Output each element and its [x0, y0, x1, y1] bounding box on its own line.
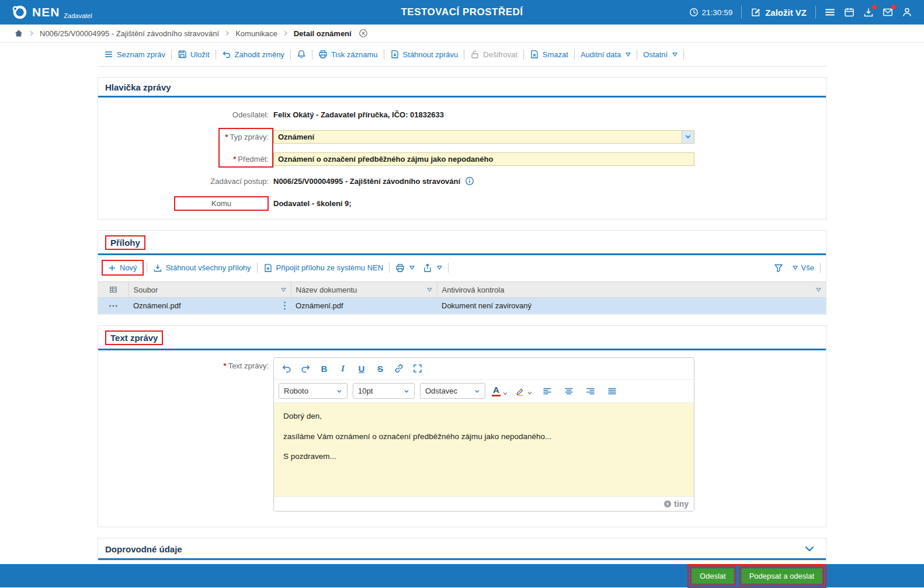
toolbar-decrypt-button[interactable]: Dešifrovat	[466, 48, 522, 61]
form-row-message-type: * Typ zprávy: Oznámení	[98, 126, 826, 148]
editor-toolbar-row-2: Roboto 10pt Odstavec	[274, 380, 694, 403]
section-additional-data: Doprovodné údaje	[98, 538, 826, 561]
attachments-table: Soubor Název dokumentu Antivirová kontro…	[98, 281, 826, 314]
message-header-form: Odesílatel: Felix Okátý - Zadavatel přír…	[98, 98, 826, 219]
breadcrumb-komunikace[interactable]: Komunikace	[235, 29, 277, 38]
chevron-down-icon	[336, 388, 342, 394]
toolbar-discard-button[interactable]: Zahodit změny	[218, 48, 289, 61]
align-center-icon[interactable]	[561, 384, 577, 399]
message-text-label: Text zprávy:	[228, 361, 269, 370]
font-family-select[interactable]: Roboto	[279, 383, 348, 399]
subject-input[interactable]	[273, 152, 694, 166]
message-paragraph: Dobrý den,	[283, 410, 685, 422]
italic-button[interactable]: I	[335, 361, 351, 376]
column-filter-icon[interactable]	[281, 288, 286, 292]
procedure-label: Zadávací postup:	[210, 177, 269, 186]
divider	[312, 50, 312, 60]
calendar-button[interactable]	[844, 7, 854, 18]
align-justify-icon[interactable]	[604, 384, 620, 399]
filter-icon[interactable]	[770, 262, 787, 274]
breadcrumb-procedure[interactable]: N006/25/V00004995 - Zajištění závodního …	[40, 29, 219, 38]
toolbar-notifications-button[interactable]	[293, 48, 310, 61]
document-download-icon	[390, 50, 400, 59]
message-body-textarea[interactable]: Dobrý den, zasíláme Vám oznámení o označ…	[274, 403, 694, 496]
column-filter-icon[interactable]	[427, 288, 432, 292]
messages-button[interactable]	[883, 7, 893, 18]
annotation-sign-send-button: Podepsat a odeslat	[739, 566, 824, 586]
view-all-dropdown[interactable]: Vše	[787, 262, 818, 274]
annotation-new-button: Nový	[102, 260, 144, 276]
edit-icon	[751, 7, 761, 18]
nen-logo[interactable]: NEN Zadavatel	[12, 4, 92, 20]
section-header: Text zprávy	[98, 326, 826, 350]
toolbar-list-messages-button[interactable]: Seznam zpráv	[100, 48, 169, 61]
redo-icon[interactable]	[297, 361, 314, 376]
attach-document-icon	[263, 263, 273, 273]
section-title-message-text: Text zprávy	[105, 330, 163, 345]
divider	[574, 50, 575, 60]
font-size-select[interactable]: 10pt	[353, 383, 415, 399]
section-title-message-header: Hlavička zprávy	[105, 82, 171, 92]
download-all-attachments-button[interactable]: Stáhnout všechny přílohy	[149, 262, 255, 274]
toolbar-other-button[interactable]: Ostatní	[639, 48, 682, 61]
toolbar-audit-data-button[interactable]: Auditní data	[576, 48, 635, 61]
chevron-down-icon	[474, 388, 480, 394]
kebab-menu-icon[interactable]	[283, 301, 286, 310]
caret-down-icon	[672, 53, 678, 57]
editor-statusbar: tiny	[274, 496, 694, 511]
session-time-value: 21:30:59	[702, 8, 733, 17]
menu-button[interactable]	[825, 7, 835, 18]
drag-handle-icon[interactable]	[103, 304, 124, 308]
attachments-toolbar: Nový Stáhnout všechny přílohy Připojit p…	[98, 255, 826, 280]
breadcrumb: N006/25/V00004995 - Zajištění závodního …	[0, 25, 924, 43]
toolbar-print-button[interactable]: Tisk záznamu	[314, 48, 382, 61]
print-icon	[318, 50, 328, 59]
annotation-send-button: Odeslat	[690, 566, 736, 586]
divider	[171, 50, 172, 60]
breadcrumb-current: Detail oznámení	[294, 29, 352, 38]
attach-from-nen-button[interactable]: Připojit přílohu ze systému NEN	[259, 262, 388, 274]
chevron-down-icon[interactable]	[682, 131, 694, 143]
clock-icon	[689, 8, 699, 17]
column-filter-icon[interactable]	[816, 288, 821, 292]
underline-button[interactable]: U	[353, 361, 370, 376]
column-settings-icon[interactable]	[109, 286, 117, 294]
attachments-print-button[interactable]	[391, 262, 419, 274]
align-left-icon[interactable]	[539, 384, 555, 399]
toolbar-delete-button[interactable]: Smazat	[526, 48, 572, 61]
highlight-color-button[interactable]	[515, 387, 534, 396]
toolbar-download-message-button[interactable]: Stáhnout zprávu	[386, 48, 463, 61]
undo-icon[interactable]	[279, 361, 295, 376]
bell-icon	[297, 50, 306, 59]
toolbar-save-button[interactable]: Uložit	[173, 48, 214, 61]
create-vz-button[interactable]: Založit VZ	[751, 7, 807, 18]
downloads-button[interactable]	[863, 7, 874, 18]
block-format-select[interactable]: Odstavec	[420, 383, 485, 399]
profile-button[interactable]	[902, 7, 912, 18]
message-type-select[interactable]: Oznámení	[273, 130, 694, 144]
section-attachments: Přílohy Nový Stáhnout všechny přílohy Př…	[98, 230, 826, 315]
link-icon[interactable]	[391, 361, 407, 376]
info-icon[interactable]	[465, 176, 474, 186]
strikethrough-button[interactable]: S	[372, 361, 388, 376]
align-right-icon[interactable]	[582, 384, 599, 399]
attachment-new-button[interactable]: Nový	[104, 262, 141, 274]
sign-and-send-button[interactable]: Podepsat a odeslat	[741, 568, 822, 584]
home-icon[interactable]	[14, 29, 23, 38]
chevron-down-icon[interactable]	[804, 543, 815, 555]
notification-badge	[872, 5, 877, 9]
fullscreen-icon[interactable]	[409, 361, 426, 376]
close-icon[interactable]	[359, 29, 368, 38]
divider	[448, 263, 449, 273]
unlock-icon	[470, 50, 480, 59]
send-button[interactable]: Odeslat	[692, 568, 734, 584]
divider	[290, 50, 291, 60]
table-row[interactable]: Oznámení.pdf Oznámení.pdf Dokument není …	[98, 298, 826, 314]
text-color-button[interactable]: A	[491, 385, 509, 396]
bold-button[interactable]: B	[316, 361, 332, 376]
caret-down-icon	[409, 266, 415, 270]
notification-badge	[891, 5, 896, 9]
procedure-value: N006/25/V00004995 - Zajištění závodního …	[273, 177, 460, 186]
attachments-export-button[interactable]	[419, 262, 446, 274]
form-row-subject: * Předmět:	[98, 148, 826, 170]
